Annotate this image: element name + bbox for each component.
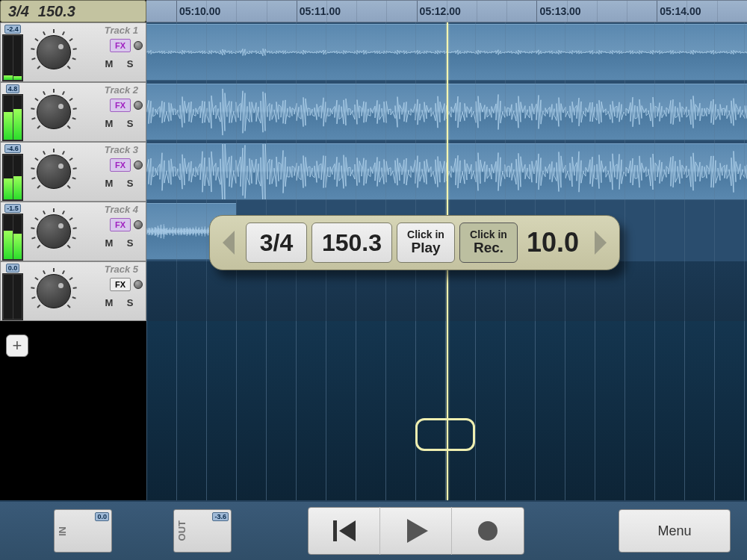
track-name: Track 1 xyxy=(83,25,143,36)
track-db: 0.0 xyxy=(6,264,20,273)
pan-knob[interactable] xyxy=(31,208,77,255)
menu-label: Menu xyxy=(657,523,691,539)
click-in-play-button[interactable]: Click in Play xyxy=(397,223,455,263)
track-meter xyxy=(2,273,23,320)
track-db: 4.8 xyxy=(6,84,20,93)
track-name: Track 3 xyxy=(83,144,143,155)
rewind-button[interactable] xyxy=(309,507,380,555)
timeline-ruler[interactable]: 05:10.0005:11.0005:12.0005:13.0005:14.00 xyxy=(146,0,747,22)
track-meter xyxy=(2,214,23,261)
click-in-rec-button[interactable]: Click in Rec. xyxy=(459,223,518,263)
menu-button[interactable]: Menu xyxy=(619,509,731,553)
track-meter xyxy=(2,34,23,81)
next-arrow[interactable] xyxy=(588,221,613,264)
ruler-tick-label: 05:12.00 xyxy=(420,5,461,17)
track-db: -1.5 xyxy=(4,204,21,213)
track-row: -2.4Track 1FXMS xyxy=(0,22,747,82)
fx-button[interactable]: FX xyxy=(110,218,131,231)
add-track-button[interactable]: + xyxy=(6,335,28,357)
ruler-tick-label: 05:13.00 xyxy=(539,5,580,17)
track-header[interactable]: -2.4Track 1FXMS xyxy=(0,22,146,82)
track-row: 0.0Track 5FXMS xyxy=(0,261,747,321)
ruler-tick-label: 05:10.00 xyxy=(179,5,220,17)
mute-button[interactable]: M xyxy=(101,296,117,309)
click-rec-label-bottom: Rec. xyxy=(474,240,503,256)
popup-time-signature[interactable]: 3/4 xyxy=(246,223,307,263)
mute-button[interactable]: M xyxy=(101,176,117,190)
transport-bar: IN 0.0 OUT -3.6 Menu xyxy=(0,500,747,560)
output-db: -3.6 xyxy=(212,512,229,521)
metronome-popup: 3/4 150.3 Click in Play Click in Rec. 10… xyxy=(209,215,620,270)
mute-button[interactable]: M xyxy=(101,57,117,70)
input-db: 0.0 xyxy=(95,512,109,521)
track-meter xyxy=(2,94,23,141)
transport-controls xyxy=(308,507,524,555)
track-db: -4.6 xyxy=(4,144,21,153)
record-arm-led[interactable] xyxy=(134,101,143,110)
mute-button[interactable]: M xyxy=(101,236,117,249)
track-header[interactable]: 4.8Track 2FXMS xyxy=(0,82,146,142)
bpm: 150.3 xyxy=(38,3,75,20)
svg-rect-0 xyxy=(333,520,337,541)
record-arm-led[interactable] xyxy=(134,280,143,289)
track-row: -4.6Track 3FXMS xyxy=(0,142,747,202)
fx-button[interactable]: FX xyxy=(110,99,131,112)
pan-knob[interactable] xyxy=(31,89,77,135)
track-name: Track 5 xyxy=(83,264,143,275)
record-arm-led[interactable] xyxy=(134,220,143,229)
fx-button[interactable]: FX xyxy=(110,158,131,172)
track-db: -2.4 xyxy=(4,25,21,34)
input-label: IN xyxy=(57,526,68,536)
pan-knob[interactable] xyxy=(31,268,77,314)
solo-button[interactable]: S xyxy=(122,116,138,130)
mute-button[interactable]: M xyxy=(101,116,117,130)
record-button[interactable] xyxy=(452,507,524,555)
click-rec-label-top: Click in xyxy=(470,229,507,240)
solo-button[interactable]: S xyxy=(122,176,138,190)
track-name: Track 4 xyxy=(83,204,143,215)
track-meter xyxy=(2,154,23,201)
prev-arrow[interactable] xyxy=(216,221,241,264)
track-row: 4.8Track 2FXMS xyxy=(0,82,747,142)
track-header[interactable]: -1.5Track 4FXMS xyxy=(0,202,146,261)
solo-button[interactable]: S xyxy=(122,236,138,249)
input-meter-block[interactable]: IN 0.0 xyxy=(54,509,112,553)
pan-knob[interactable] xyxy=(31,149,77,195)
play-button[interactable] xyxy=(380,507,452,555)
svg-point-1 xyxy=(478,521,498,541)
record-arm-led[interactable] xyxy=(134,41,143,50)
popup-value[interactable]: 10.0 xyxy=(522,227,583,258)
click-play-label-top: Click in xyxy=(407,229,444,240)
ruler-tick-label: 05:14.00 xyxy=(660,5,701,17)
fx-button[interactable]: FX xyxy=(110,39,131,52)
track-name: Track 2 xyxy=(83,84,143,96)
record-arm-led[interactable] xyxy=(134,161,143,169)
ruler-tick-label: 05:11.00 xyxy=(300,5,341,17)
solo-button[interactable]: S xyxy=(122,296,138,309)
output-meter-block[interactable]: OUT -3.6 xyxy=(173,509,232,553)
pan-knob[interactable] xyxy=(31,29,77,75)
time-signature: 3/4 xyxy=(8,3,29,20)
solo-button[interactable]: S xyxy=(122,57,138,70)
popup-bpm[interactable]: 150.3 xyxy=(311,223,392,263)
tempo-header[interactable]: 3/4 150.3 xyxy=(0,0,146,22)
loop-region-handle[interactable] xyxy=(415,418,475,451)
track-header[interactable]: 0.0Track 5FXMS xyxy=(0,261,146,321)
click-play-label-bottom: Play xyxy=(411,240,440,256)
track-header[interactable]: -4.6Track 3FXMS xyxy=(0,142,146,202)
fx-button[interactable]: FX xyxy=(110,278,131,291)
output-label: OUT xyxy=(176,520,187,541)
